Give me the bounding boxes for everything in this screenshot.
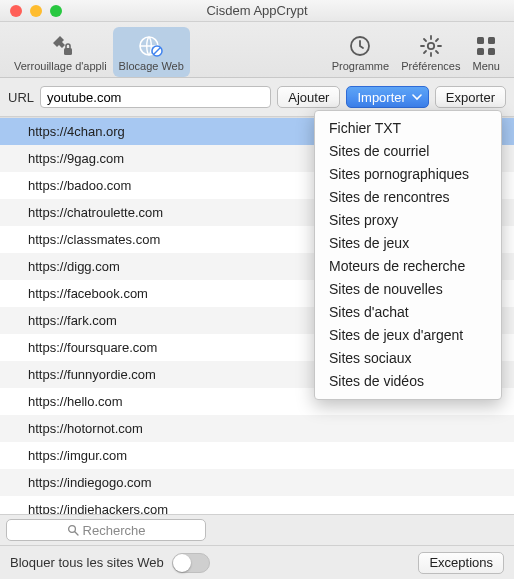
tab-menu[interactable]: Menu xyxy=(466,27,506,77)
dropdown-item[interactable]: Sites proxy xyxy=(315,209,501,232)
import-label: Importer xyxy=(357,90,405,105)
dropdown-item[interactable]: Moteurs de recherche xyxy=(315,255,501,278)
clock-icon xyxy=(348,32,372,60)
svg-line-12 xyxy=(74,532,77,535)
tab-label: Verrouillage d'appli xyxy=(14,60,107,72)
url-input[interactable] xyxy=(40,86,271,108)
tab-label: Menu xyxy=(472,60,500,72)
svg-rect-10 xyxy=(488,48,495,55)
dropdown-item[interactable]: Sites de vidéos xyxy=(315,370,501,393)
dropdown-item[interactable]: Sites d'achat xyxy=(315,301,501,324)
dropdown-item[interactable]: Fichier TXT xyxy=(315,117,501,140)
export-button[interactable]: Exporter xyxy=(435,86,506,108)
svg-rect-8 xyxy=(488,37,495,44)
tab-preferences[interactable]: Préférences xyxy=(395,27,466,77)
block-all-label: Bloquer tous les sites Web xyxy=(10,555,164,570)
search-icon xyxy=(67,524,79,536)
dropdown-item[interactable]: Sites de rencontres xyxy=(315,186,501,209)
table-row[interactable]: https://hotornot.com xyxy=(0,415,514,442)
svg-rect-9 xyxy=(477,48,484,55)
dropdown-item[interactable]: Sites de courriel xyxy=(315,140,501,163)
svg-point-6 xyxy=(428,42,434,48)
search-input[interactable]: Recherche xyxy=(6,519,206,541)
import-dropdown: Fichier TXTSites de courrielSites pornog… xyxy=(314,110,502,400)
dropdown-item[interactable]: Sites de jeux d'argent xyxy=(315,324,501,347)
tab-app-lock[interactable]: Verrouillage d'appli xyxy=(8,27,113,77)
dropdown-item[interactable]: Sites pornographiques xyxy=(315,163,501,186)
table-row[interactable]: https://imgur.com xyxy=(0,442,514,469)
tab-label: Préférences xyxy=(401,60,460,72)
svg-rect-7 xyxy=(477,37,484,44)
search-placeholder: Recherche xyxy=(83,523,146,538)
tab-schedule[interactable]: Programme xyxy=(326,27,395,77)
window-title: Cisdem AppCrypt xyxy=(0,3,514,18)
grid-icon xyxy=(475,32,497,60)
exceptions-button[interactable]: Exceptions xyxy=(418,552,504,574)
toolbar: Verrouillage d'appli Blocage Web Program… xyxy=(0,22,514,78)
chevron-down-icon xyxy=(412,92,422,102)
table-row[interactable]: https://indiegogo.com xyxy=(0,469,514,496)
gear-icon xyxy=(419,32,443,60)
svg-rect-0 xyxy=(64,48,72,55)
search-bar: Recherche xyxy=(0,514,514,545)
url-label: URL xyxy=(8,90,34,105)
add-button[interactable]: Ajouter xyxy=(277,86,340,108)
dropdown-item[interactable]: Sites de jeux xyxy=(315,232,501,255)
tab-web-block[interactable]: Blocage Web xyxy=(113,27,190,77)
dropdown-item[interactable]: Sites de nouvelles xyxy=(315,278,501,301)
import-button[interactable]: Importer xyxy=(346,86,428,108)
app-lock-icon xyxy=(46,32,74,60)
bottom-bar: Bloquer tous les sites Web Exceptions xyxy=(0,545,514,579)
tab-label: Programme xyxy=(332,60,389,72)
dropdown-item[interactable]: Sites sociaux xyxy=(315,347,501,370)
tab-label: Blocage Web xyxy=(119,60,184,72)
block-all-toggle[interactable] xyxy=(172,553,210,573)
table-row[interactable]: https://indiehackers.com xyxy=(0,496,514,514)
titlebar: Cisdem AppCrypt xyxy=(0,0,514,22)
web-block-icon xyxy=(137,32,165,60)
